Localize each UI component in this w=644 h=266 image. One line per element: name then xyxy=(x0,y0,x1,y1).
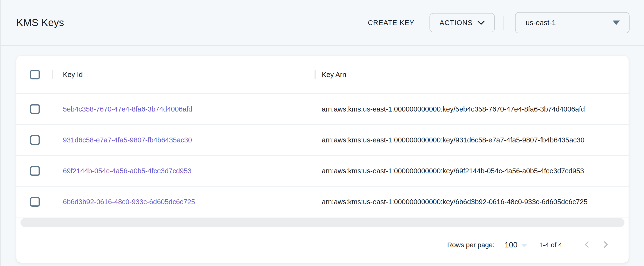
rows-per-page-value: 100 xyxy=(505,240,518,249)
chevron-right-icon xyxy=(601,240,610,249)
column-resize-handle[interactable] xyxy=(52,70,53,79)
table-row: 69f2144b-054c-4a56-a0b5-4fce3d7cd953 arn… xyxy=(16,156,628,187)
key-arn-value: arn:aws:kms:us-east-1:000000000000:key/6… xyxy=(322,167,584,175)
rows-per-page-label: Rows per page: xyxy=(447,241,494,249)
topbar-controls: CREATE KEY ACTIONS us-east-1 xyxy=(366,12,630,33)
row-checkbox-cell xyxy=(16,197,46,207)
key-id-link[interactable]: 5eb4c358-7670-47e4-8fa6-3b74d4006afd xyxy=(63,105,192,113)
key-id-link[interactable]: 6b6d3b92-0616-48c0-933c-6d605dc6c725 xyxy=(63,198,195,206)
key-arn-cell: arn:aws:kms:us-east-1:000000000000:key/9… xyxy=(314,136,628,144)
horizontal-scrollbar-thumb[interactable] xyxy=(20,218,624,227)
key-id-cell: 6b6d3b92-0616-48c0-933c-6d605dc6c725 xyxy=(46,198,314,206)
actions-button-label: ACTIONS xyxy=(440,19,473,27)
column-header-label: Key Arn xyxy=(322,71,346,79)
key-arn-cell: arn:aws:kms:us-east-1:000000000000:key/5… xyxy=(314,105,628,113)
row-checkbox-cell xyxy=(16,104,46,114)
column-header-label: Key Id xyxy=(63,71,83,79)
key-id-cell: 5eb4c358-7670-47e4-8fa6-3b74d4006afd xyxy=(46,105,314,113)
header-checkbox-cell xyxy=(16,70,46,79)
chevron-left-icon xyxy=(583,240,592,249)
key-id-link[interactable]: 931d6c58-e7a7-4fa5-9807-fb4b6435ac30 xyxy=(63,136,192,144)
table-header-row: Key Id Key Arn xyxy=(16,56,628,94)
kms-keys-table-card: Key Id Key Arn 5eb4c358-7670-47e4-8fa6-3… xyxy=(16,56,628,263)
pagination-bar: Rows per page: 100 1-4 of 4 xyxy=(16,227,628,263)
caret-down-icon xyxy=(521,244,527,247)
select-all-checkbox[interactable] xyxy=(30,70,40,79)
topbar: KMS Keys CREATE KEY ACTIONS us-east-1 xyxy=(1,0,644,46)
table-row: 5eb4c358-7670-47e4-8fa6-3b74d4006afd arn… xyxy=(16,94,628,125)
key-arn-value: arn:aws:kms:us-east-1:000000000000:key/5… xyxy=(322,105,585,113)
actions-button[interactable]: ACTIONS xyxy=(430,13,495,32)
row-checkbox[interactable] xyxy=(30,197,40,207)
header-divider xyxy=(503,16,504,30)
key-id-link[interactable]: 69f2144b-054c-4a56-a0b5-4fce3d7cd953 xyxy=(63,167,192,175)
row-checkbox[interactable] xyxy=(30,104,40,114)
rows-per-page-select[interactable]: 100 xyxy=(505,240,527,249)
key-arn-cell: arn:aws:kms:us-east-1:000000000000:key/6… xyxy=(314,198,628,206)
row-checkbox[interactable] xyxy=(30,135,40,145)
region-selector-value: us-east-1 xyxy=(526,19,556,27)
key-id-cell: 69f2144b-054c-4a56-a0b5-4fce3d7cd953 xyxy=(46,167,314,175)
row-checkbox-cell xyxy=(16,166,46,176)
main-content: Key Id Key Arn 5eb4c358-7670-47e4-8fa6-3… xyxy=(1,56,644,263)
caret-down-icon xyxy=(613,21,620,25)
chevron-down-icon xyxy=(478,19,485,27)
table-row: 931d6c58-e7a7-4fa5-9807-fb4b6435ac30 arn… xyxy=(16,125,628,156)
column-header-key-arn[interactable]: Key Arn xyxy=(314,71,628,79)
row-checkbox-cell xyxy=(16,135,46,145)
next-page-button[interactable] xyxy=(596,236,614,254)
key-id-cell: 931d6c58-e7a7-4fa5-9807-fb4b6435ac30 xyxy=(46,136,314,144)
key-arn-cell: arn:aws:kms:us-east-1:000000000000:key/6… xyxy=(314,167,628,175)
column-header-key-id[interactable]: Key Id xyxy=(46,71,314,79)
previous-page-button[interactable] xyxy=(578,236,596,254)
key-arn-value: arn:aws:kms:us-east-1:000000000000:key/6… xyxy=(322,198,588,206)
key-arn-value: arn:aws:kms:us-east-1:000000000000:key/9… xyxy=(322,136,584,144)
pagination-range: 1-4 of 4 xyxy=(539,241,562,249)
region-selector[interactable]: us-east-1 xyxy=(515,12,630,33)
column-resize-handle[interactable] xyxy=(314,70,316,79)
table-row: 6b6d3b92-0616-48c0-933c-6d605dc6c725 arn… xyxy=(16,187,628,217)
row-checkbox[interactable] xyxy=(30,166,40,176)
create-key-button[interactable]: CREATE KEY xyxy=(366,14,417,32)
page-title: KMS Keys xyxy=(16,17,64,29)
